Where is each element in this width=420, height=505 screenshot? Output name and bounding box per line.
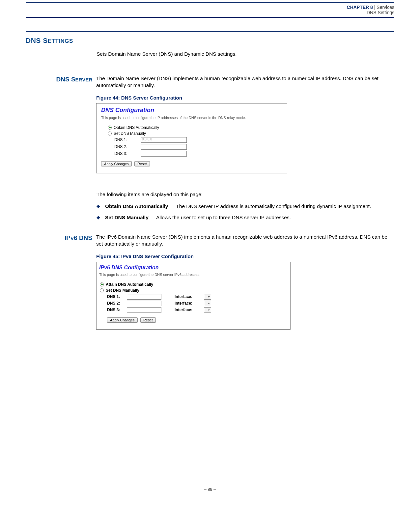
- ss1-dns1-input[interactable]: 0.0.0.0: [141, 137, 187, 143]
- ss2-auto-label: Attain DNS Automatically: [106, 282, 153, 287]
- ss2-radio-auto-row[interactable]: Attain DNS Automatically: [100, 282, 288, 287]
- ss2-dns2-label: DNS 2:: [107, 301, 127, 306]
- ss2-iface1-label: Interface:: [175, 294, 203, 299]
- ss2-dns3-row: DNS 3: Interface:: [100, 307, 288, 313]
- diamond-icon: ◆: [97, 215, 105, 221]
- figure-44-caption: Figure 44: DNS Server Configuration: [96, 95, 394, 101]
- dns-server-block: DNS SERVER The Domain Name Server (DNS) …: [26, 75, 394, 183]
- ss2-dns1-row: DNS 1: Interface:: [100, 294, 288, 300]
- ss1-form: Obtain DNS Automatically Set DNS Manuall…: [108, 125, 282, 166]
- ss2-dns2-row: DNS 2: Interface:: [100, 301, 288, 306]
- ss2-desc: This page is used to configure the DNS s…: [99, 273, 241, 278]
- ss2-dns3-input[interactable]: [127, 307, 161, 313]
- figure-44-screenshot: DNS Configuration This page is used to c…: [96, 103, 287, 173]
- dns-server-side-heading: DNS SERVER: [26, 75, 96, 183]
- bullet-1-text: Obtain DNS Automatically — The DNS serve…: [105, 203, 394, 209]
- ss1-dns3-label: DNS 3:: [114, 151, 141, 156]
- dns-server-side-sc: ERVER: [75, 77, 92, 82]
- ss2-iface2-label: Interface:: [175, 301, 203, 306]
- ss1-radio-auto-row[interactable]: Obtain DNS Automatically: [108, 125, 282, 130]
- radio-checked-icon[interactable]: [108, 126, 112, 130]
- ss1-dns2-row: DNS 2:: [114, 144, 282, 150]
- bullet-1: ◆ Obtain DNS Automatically — The DNS ser…: [97, 203, 394, 209]
- ss1-manual-label: Set DNS Manually: [114, 131, 146, 136]
- bullet-2: ◆ Set DNS Manually — Allows the user to …: [97, 215, 394, 221]
- dns-server-side-main: DNS S: [56, 76, 75, 83]
- dns-server-body: The Domain Name Server (DNS) implements …: [96, 75, 394, 183]
- apply-changes-button[interactable]: Apply Changes: [107, 317, 138, 323]
- ss2-iface3-select[interactable]: [204, 307, 211, 313]
- ss1-title: DNS Configuration: [101, 107, 282, 114]
- bullet-2-term: Set DNS Manually: [105, 215, 149, 220]
- ss1-dns3-input[interactable]: [141, 151, 187, 157]
- apply-changes-button[interactable]: Apply Changes: [101, 161, 132, 166]
- section-title-main: DNS S: [26, 37, 48, 44]
- dns-server-items-lead: The following items are displayed on thi…: [97, 192, 394, 197]
- radio-unchecked-icon[interactable]: [100, 288, 104, 292]
- bullet-1-desc: — The DNS server IP address is automatic…: [168, 203, 371, 209]
- ss1-dns1-label: DNS 1:: [114, 137, 141, 142]
- ss2-dns1-label: DNS 1:: [107, 294, 127, 299]
- page-header: CHAPTER 8 | Services DNS Settings: [0, 3, 420, 16]
- bullet-1-term: Obtain DNS Automatically: [105, 203, 168, 209]
- radio-checked-icon[interactable]: [100, 282, 104, 286]
- bullet-2-text: Set DNS Manually — Allows the user to se…: [105, 215, 394, 221]
- ss1-radio-manual-row[interactable]: Set DNS Manually: [108, 131, 282, 136]
- ss1-dns2-input[interactable]: [141, 144, 187, 150]
- dns-server-items: The following items are displayed on thi…: [97, 192, 394, 221]
- ss1-dns3-row: DNS 3:: [114, 151, 282, 157]
- reset-button[interactable]: Reset: [134, 161, 150, 166]
- ss1-dns2-label: DNS 2:: [114, 144, 141, 149]
- page-content: DNS SETTINGS Sets Domain Name Server (DN…: [0, 18, 420, 340]
- section-rule: [26, 31, 394, 32]
- ss2-button-row: Apply Changes Reset: [107, 317, 288, 323]
- header-subtitle: DNS Settings: [26, 10, 394, 15]
- section-intro: Sets Domain Name Server (DNS) and Dynami…: [97, 51, 394, 57]
- ss1-dns1-row: DNS 1: 0.0.0.0: [114, 137, 282, 143]
- dns-server-para: The Domain Name Server (DNS) implements …: [96, 75, 394, 89]
- ss2-radio-manual-row[interactable]: Set DNS Manually: [100, 288, 288, 293]
- ss2-iface2-select[interactable]: [204, 301, 211, 306]
- ss2-manual-label: Set DNS Manually: [106, 288, 139, 293]
- diamond-icon: ◆: [97, 203, 105, 209]
- page-footer: – 89 –: [0, 487, 420, 492]
- ipv6-side-post: 6 DNS: [74, 234, 92, 241]
- section-title: DNS SETTINGS: [26, 37, 394, 45]
- reset-button[interactable]: Reset: [140, 317, 156, 323]
- ss2-dns2-input[interactable]: [127, 301, 161, 306]
- header-sep: |: [373, 5, 377, 10]
- header-services: Services: [377, 5, 394, 10]
- figure-45-caption: Figure 45: IPv6 DNS Server Configuration: [96, 253, 394, 259]
- ss2-dns1-input[interactable]: [127, 294, 161, 300]
- ss1-desc: This page is used to configure the IP ad…: [101, 116, 282, 121]
- ipv6-side-pre: IP: [65, 234, 70, 241]
- section-title-sc: ETTINGS: [48, 38, 73, 44]
- radio-unchecked-icon[interactable]: [108, 132, 112, 135]
- ipv6-side-sc: V: [70, 235, 74, 241]
- ss2-iface1-select[interactable]: [204, 294, 211, 300]
- ipv6-dns-body: The IPv6 Domain Name Server (DNS) implem…: [96, 234, 394, 340]
- ipv6-dns-side-heading: IPV6 DNS: [26, 234, 96, 340]
- ss2-form: Attain DNS Automatically Set DNS Manuall…: [100, 282, 288, 323]
- chapter-label: CHAPTER 8: [347, 5, 373, 10]
- ss2-iface3-label: Interface:: [175, 308, 203, 312]
- bullet-2-desc: — Allows the user to set up to three DNS…: [149, 215, 291, 220]
- ipv6-dns-block: IPV6 DNS The IPv6 Domain Name Server (DN…: [26, 234, 394, 340]
- figure-45-screenshot: IPv6 DNS Configuration This page is used…: [96, 262, 291, 330]
- ss1-auto-label: Obtain DNS Automatically: [114, 125, 159, 130]
- ss2-title: IPv6 DNS Configuration: [99, 265, 288, 271]
- ss1-button-row: Apply Changes Reset: [101, 161, 282, 166]
- ss2-dns3-label: DNS 3:: [107, 308, 127, 312]
- ipv6-dns-para: The IPv6 Domain Name Server (DNS) implem…: [96, 234, 394, 248]
